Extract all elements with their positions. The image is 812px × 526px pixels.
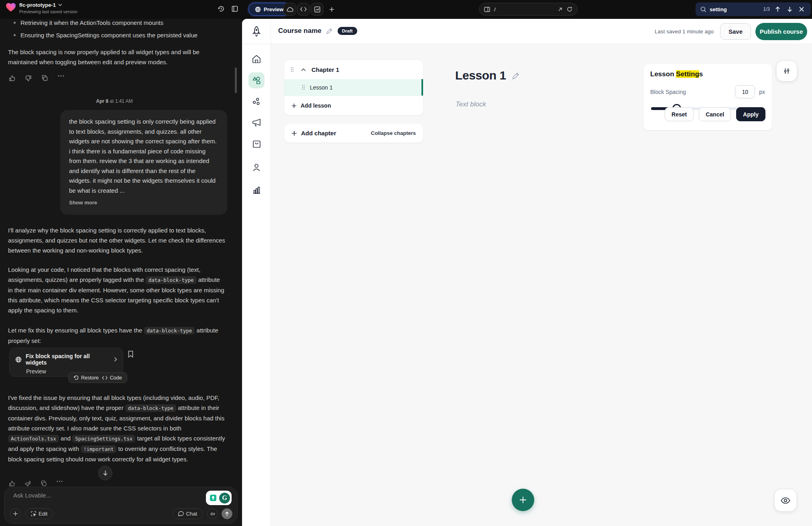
apply-button[interactable]: Apply xyxy=(736,107,765,121)
add-chapter-button[interactable]: Add chapter xyxy=(291,130,336,137)
block-spacing-label: Block Spacing xyxy=(650,89,686,95)
open-external-icon[interactable] xyxy=(558,7,563,12)
settings-toggle-button[interactable] xyxy=(777,61,797,81)
assistant-paragraph: The block spacing is now properly applie… xyxy=(8,47,226,67)
restore-icon xyxy=(73,375,79,380)
nav-courses-icon[interactable] xyxy=(248,72,265,88)
search-icon xyxy=(700,6,706,12)
status-badge: Draft xyxy=(338,27,357,35)
show-more-link[interactable]: Show more xyxy=(69,198,218,208)
more-options-icon[interactable] xyxy=(57,481,63,487)
search-input[interactable] xyxy=(710,6,754,12)
chat-scrollbar[interactable] xyxy=(235,67,237,93)
code-icon[interactable] xyxy=(297,3,310,16)
search-prev-icon[interactable] xyxy=(773,5,782,14)
analytics-icon[interactable] xyxy=(311,3,324,16)
chevron-right-icon xyxy=(114,357,117,362)
chapter-header-row[interactable]: Chapter 1 xyxy=(284,60,423,79)
thumbs-down-icon[interactable] xyxy=(25,481,31,487)
assistant-paragraph: I've fixed the issue by ensuring that al… xyxy=(8,393,226,464)
eye-icon xyxy=(781,497,790,504)
reset-button[interactable]: Reset xyxy=(665,107,694,121)
grammarly-badge[interactable]: G xyxy=(206,491,232,505)
drag-handle-icon[interactable] xyxy=(302,85,305,90)
save-button[interactable]: Save xyxy=(720,23,751,40)
app-logo[interactable] xyxy=(242,19,271,44)
code-icon xyxy=(102,376,108,380)
assistant-paragraph: Let me fix this by ensuring all block ty… xyxy=(8,325,226,346)
edit-mode-button[interactable]: Edit xyxy=(25,508,53,519)
chat-mode-button[interactable]: Chat xyxy=(173,508,203,519)
user-message-bubble: the block spacing setting is only correc… xyxy=(60,110,227,215)
edit-pencil-icon[interactable] xyxy=(326,28,333,34)
preview-eye-button[interactable] xyxy=(775,489,796,511)
block-spacing-input[interactable] xyxy=(735,85,755,98)
code-button[interactable]: Code xyxy=(102,375,122,381)
globe-icon xyxy=(255,6,261,12)
list-item: Retrieving it when the ActionTools compo… xyxy=(8,19,225,27)
bullet-dot xyxy=(14,34,16,36)
search-close-icon[interactable] xyxy=(797,5,806,14)
nav-home-icon[interactable] xyxy=(248,51,265,67)
add-block-fab[interactable] xyxy=(512,489,534,511)
bookmark-icon[interactable] xyxy=(128,351,134,358)
message-actions xyxy=(9,75,64,82)
assistant-paragraph: I'll analyze why the block spacing setti… xyxy=(8,225,226,255)
thumbs-up-icon[interactable] xyxy=(9,481,15,487)
preview-label: Preview xyxy=(264,6,283,12)
nav-analytics-icon[interactable] xyxy=(248,182,265,198)
nav-profile-icon[interactable] xyxy=(248,159,265,175)
nav-community-icon[interactable] xyxy=(248,94,265,110)
top-bar: flc-prototype-1 Previewing last saved ve… xyxy=(0,0,812,19)
plus-icon xyxy=(519,496,527,504)
inline-code: ActionTools.tsx xyxy=(8,435,59,442)
empty-text-block[interactable]: Text block xyxy=(456,100,486,108)
chat-message-input[interactable] xyxy=(13,492,166,499)
thumbs-up-icon[interactable] xyxy=(9,75,15,82)
arrow-down-icon xyxy=(103,470,108,476)
search-result-count: 1/3 xyxy=(763,6,770,12)
search-highlight: Setting xyxy=(676,70,699,78)
nav-store-icon[interactable] xyxy=(248,136,265,152)
nav-announcements-icon[interactable] xyxy=(248,114,265,130)
copy-icon[interactable] xyxy=(41,481,47,487)
publish-course-button[interactable]: Publish course xyxy=(755,23,807,40)
grammarly-bulb-icon xyxy=(208,493,218,504)
panel-layout-icon[interactable] xyxy=(230,4,239,13)
message-actions xyxy=(9,481,63,487)
version-toolbar: Restore Code xyxy=(68,372,127,383)
cancel-button[interactable]: Cancel xyxy=(699,107,731,121)
project-status: Previewing last saved version xyxy=(19,9,77,14)
plus-icon xyxy=(291,130,297,136)
restore-button[interactable]: Restore xyxy=(73,375,99,381)
assistant-bullet-list: Retrieving it when the ActionTools compo… xyxy=(8,19,225,44)
copy-icon[interactable] xyxy=(42,75,48,82)
chat-bubble-icon xyxy=(178,511,184,516)
preview-url-bar[interactable]: / xyxy=(479,3,578,16)
scroll-to-bottom-button[interactable] xyxy=(98,466,112,480)
attach-button[interactable] xyxy=(10,508,21,519)
chevron-up-icon[interactable] xyxy=(301,68,306,71)
select-edit-icon xyxy=(31,511,36,516)
thumbs-down-icon[interactable] xyxy=(25,75,32,82)
add-tab-icon[interactable] xyxy=(325,3,338,16)
more-options-icon[interactable] xyxy=(58,75,64,82)
cloud-icon[interactable] xyxy=(283,3,296,16)
card-title: Fix block spacing for all widgets xyxy=(26,353,108,366)
chevron-down-icon xyxy=(58,4,62,6)
add-lesson-button[interactable]: Add lesson xyxy=(284,96,423,115)
drag-handle-icon[interactable] xyxy=(291,67,294,72)
project-name-menu[interactable]: flc-prototype-1 xyxy=(19,2,62,8)
message-timestamp: Apr 8 at 1:41 AM xyxy=(0,98,229,104)
send-button[interactable] xyxy=(222,508,232,519)
collapse-chapters-link[interactable]: Collapse chapters xyxy=(371,130,416,136)
search-next-icon[interactable] xyxy=(785,5,794,14)
assistant-paragraph: Looking at your code, I noticed that the… xyxy=(8,265,226,315)
edit-pencil-icon[interactable] xyxy=(512,72,520,80)
refresh-icon[interactable] xyxy=(567,6,572,12)
lesson-row-selected[interactable]: Lesson 1 xyxy=(284,79,423,96)
voice-input-button[interactable] xyxy=(207,508,218,519)
inline-code: data-block-type xyxy=(125,404,176,412)
bullet-dot xyxy=(14,22,16,24)
history-icon[interactable] xyxy=(217,4,226,13)
